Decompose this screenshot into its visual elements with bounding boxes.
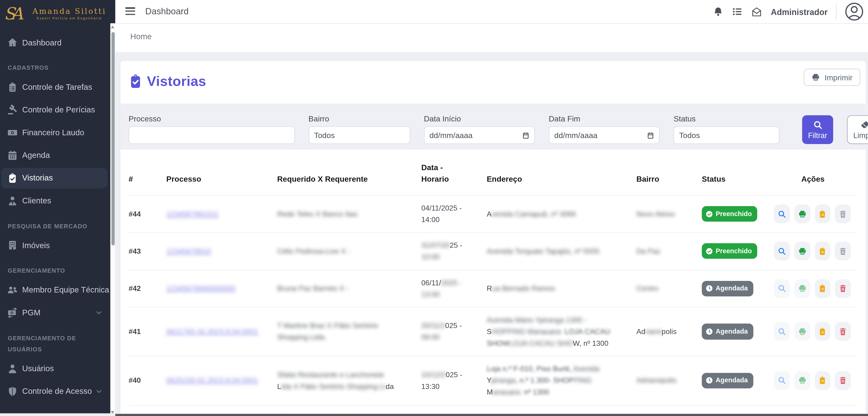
view-action-button[interactable] xyxy=(774,204,790,223)
report-action-button[interactable] xyxy=(815,322,831,341)
clipboard-list-icon xyxy=(7,82,18,92)
page-title: Vistorias xyxy=(147,73,206,89)
data-inicio-input[interactable]: dd/mm/aaaa xyxy=(424,126,535,144)
avatar[interactable] xyxy=(845,2,864,21)
delete-action-button[interactable] xyxy=(835,204,851,223)
horizontal-scrollbar-thumb[interactable] xyxy=(115,414,868,416)
bell-icon[interactable] xyxy=(713,6,724,17)
actions-cell xyxy=(774,232,857,269)
status-badge: Agendada xyxy=(702,373,753,388)
sidebar-item-label: Controle de Acesso xyxy=(22,387,92,395)
column-header: Bairro xyxy=(636,150,702,195)
check-circle-icon xyxy=(706,248,713,255)
print-action-button[interactable] xyxy=(794,242,810,261)
endereco-cell: Rua Bernado Ramos xyxy=(487,270,636,307)
sidebar-item-dashboard[interactable]: Dashboard xyxy=(1,31,107,54)
status-cell: Agendada xyxy=(702,270,774,307)
app-window: S A Amanda Silotti Expert Perícia em Eng… xyxy=(0,0,868,416)
processo-link[interactable]: 0625159-02.2023.8.04.0001 xyxy=(166,376,258,385)
printer-icon xyxy=(798,210,806,218)
envelope-icon[interactable] xyxy=(751,6,763,17)
processo-cell: 12345678910 xyxy=(166,232,277,269)
hamburger-menu-icon[interactable] xyxy=(125,7,135,16)
processo-link[interactable]: 1234567891011 xyxy=(166,210,219,218)
processo-cell: 12345678900000000 xyxy=(166,270,277,307)
row-number: #43 xyxy=(129,232,166,269)
processo-link[interactable]: 0621793-32.2023.8.04.0001 xyxy=(166,327,258,335)
print-action-button[interactable] xyxy=(794,204,810,223)
sidebar-item-controle-de-per-cias[interactable]: Controle de Perícias xyxy=(1,98,107,121)
calendar-mini-icon xyxy=(522,132,529,139)
view-action-button[interactable] xyxy=(774,371,790,390)
printer-icon xyxy=(798,376,806,385)
delete-action-button[interactable] xyxy=(835,322,851,341)
bairro-cell: Novo Aleixo xyxy=(636,195,702,232)
processo-input[interactable] xyxy=(129,126,295,144)
sidebar-scrollbar-thumb[interactable] xyxy=(111,32,114,246)
status-select[interactable]: Todos xyxy=(674,126,779,144)
delete-action-button[interactable] xyxy=(835,371,851,390)
print-action-button[interactable] xyxy=(794,322,810,341)
delete-action-button[interactable] xyxy=(835,279,851,298)
clipboard-action-icon xyxy=(818,247,827,255)
report-action-button[interactable] xyxy=(815,371,831,390)
view-action-button[interactable] xyxy=(774,242,790,261)
house-icon xyxy=(7,37,18,48)
topbar: Dashboard Administrador xyxy=(115,0,868,24)
view-action-button[interactable] xyxy=(774,322,790,341)
sidebar-item-clientes[interactable]: Clientes xyxy=(1,189,107,212)
sidebar-scrollbar[interactable] xyxy=(111,23,116,416)
column-header: Processo xyxy=(166,150,277,195)
scroll-up-arrow-icon[interactable] xyxy=(111,25,114,28)
delete-action-button[interactable] xyxy=(835,242,851,261)
sidebar-item-agenda[interactable]: Agenda xyxy=(1,144,107,166)
search-icon xyxy=(813,120,823,129)
list-icon[interactable] xyxy=(732,7,743,17)
user-role-label[interactable]: Administrador xyxy=(771,7,828,17)
endereco-cell: Avenida Mário Ypiranga 1300 -SHOPPING Ma… xyxy=(487,307,636,356)
view-action-button[interactable] xyxy=(774,279,790,298)
status-cell: Preenchido xyxy=(702,195,774,232)
sidebar-item-label: Agenda xyxy=(22,151,50,160)
sidebar-item-label: Controle de Perícias xyxy=(22,105,95,114)
calendar-icon xyxy=(7,150,18,160)
print-button[interactable]: Imprimir xyxy=(804,69,860,86)
status-badge: Agendada xyxy=(702,281,753,296)
column-header: Status xyxy=(702,150,774,195)
sidebar-item-pgm[interactable]: PGM xyxy=(1,301,107,324)
sidebar: S A Amanda Silotti Expert Perícia em Eng… xyxy=(0,0,115,416)
status-badge: Preenchido xyxy=(702,206,757,222)
sidebar-item-controle-de-tarefas[interactable]: Controle de Tarefas xyxy=(1,76,107,98)
sidebar-item-membro-equipe-t-cnica[interactable]: Membro Equipe Técnica xyxy=(1,279,107,301)
horizontal-scrollbar[interactable] xyxy=(0,413,868,416)
brand-logo[interactable]: S A Amanda Silotti Expert Perícia em Eng… xyxy=(0,0,115,25)
data-fim-input[interactable]: dd/mm/aaaa xyxy=(549,126,660,144)
sidebar-item-label: Imóveis xyxy=(22,241,50,250)
print-action-button[interactable] xyxy=(794,371,810,390)
print-action-button[interactable] xyxy=(794,279,810,298)
trash-icon xyxy=(839,376,847,385)
processo-link[interactable]: 12345678900000000 xyxy=(166,284,235,292)
breadcrumb[interactable]: Home xyxy=(130,32,152,41)
status-cell: Preenchido xyxy=(702,232,774,269)
search-icon xyxy=(778,247,786,255)
printer-icon xyxy=(798,247,806,255)
report-action-button[interactable] xyxy=(815,204,831,223)
sidebar-item-label: Clientes xyxy=(22,196,51,205)
sidebar-section-label: CADASTROS xyxy=(8,62,107,73)
sidebar-item-controle-de-acesso[interactable]: Controle de Acesso xyxy=(1,380,107,403)
requerido-cell: Rede Teles X Banco Itaú xyxy=(277,195,421,232)
clear-button[interactable]: Limpar xyxy=(847,115,868,144)
processo-link[interactable]: 12345678910 xyxy=(166,247,211,255)
sidebar-item-vistorias[interactable]: Vistorias xyxy=(1,168,107,188)
filter-button[interactable]: Filtrar xyxy=(802,115,833,144)
table-row: #441234567891011Rede Teles X Banco Itaú0… xyxy=(129,195,857,232)
sidebar-item-usu-rios[interactable]: Usuários xyxy=(1,357,107,380)
report-action-button[interactable] xyxy=(815,279,831,298)
sidebar-item-financeiro-laudo[interactable]: Financeiro Laudo xyxy=(1,121,107,143)
printer-icon xyxy=(798,327,806,335)
money-icon xyxy=(7,127,18,138)
report-action-button[interactable] xyxy=(815,242,831,261)
sidebar-item-im-veis[interactable]: Imóveis xyxy=(1,234,107,256)
bairro-select[interactable]: Todos xyxy=(309,126,410,144)
